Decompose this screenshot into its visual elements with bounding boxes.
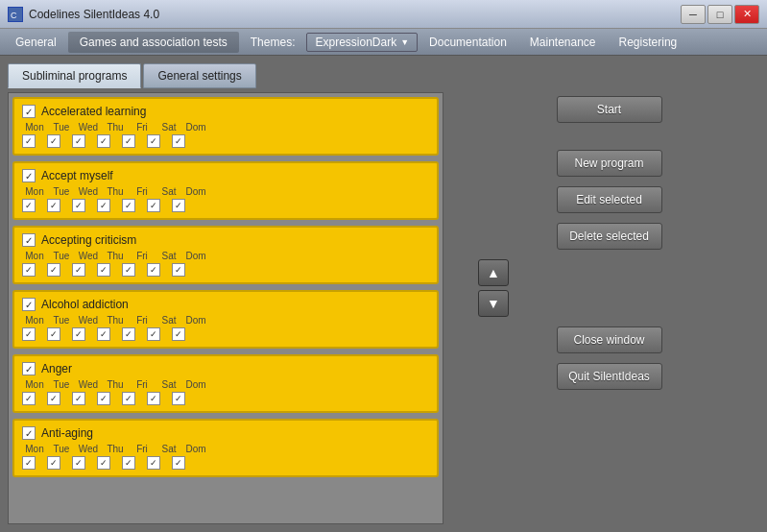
delete-selected-button[interactable]: Delete selected	[557, 223, 662, 250]
day-check-thu-p4[interactable]: ✓	[97, 327, 110, 341]
day-check-tue-p1[interactable]: ✓	[47, 134, 60, 148]
menu-maintenance[interactable]: Maintenance	[518, 32, 608, 53]
day-check-dom-p5[interactable]: ✓	[172, 392, 185, 405]
program-card-p5[interactable]: ✓AngerMonTueWedThuFriSatDom✓✓✓✓✓✓✓	[12, 354, 439, 413]
day-check-tue-p2[interactable]: ✓	[47, 199, 60, 212]
day-check-tue-p6[interactable]: ✓	[47, 456, 60, 470]
maximize-button[interactable]: □	[707, 5, 732, 24]
day-label-fri: Fri	[130, 251, 155, 261]
day-check-wed-p4[interactable]: ✓	[72, 327, 85, 341]
edit-selected-button[interactable]: Edit selected	[557, 186, 662, 213]
day-check-fri-p4[interactable]: ✓	[122, 327, 135, 341]
program-card-p1[interactable]: ✓Accelerated learningMonTueWedThuFriSatD…	[12, 97, 439, 156]
day-check-dom-p6[interactable]: ✓	[172, 456, 185, 470]
day-label-wed: Wed	[76, 315, 101, 326]
day-label-thu: Thu	[103, 379, 128, 390]
day-check-row-p6: ✓✓✓✓✓✓✓	[22, 456, 429, 470]
day-label-dom: Dom	[183, 122, 208, 133]
day-check-mon-p5[interactable]: ✓	[22, 392, 36, 405]
day-check-mon-p1[interactable]: ✓	[22, 134, 36, 148]
day-label-wed: Wed	[76, 379, 101, 390]
day-check-fri-p6[interactable]: ✓	[122, 456, 135, 470]
days-label-row-p2: MonTueWedThuFriSatDom	[22, 186, 429, 197]
day-label-mon: Mon	[22, 315, 47, 326]
menu-general[interactable]: General	[4, 32, 68, 53]
day-check-tue-p5[interactable]: ✓	[47, 392, 60, 405]
day-label-dom: Dom	[183, 444, 208, 454]
program-card-p6[interactable]: ✓Anti-agingMonTueWedThuFriSatDom✓✓✓✓✓✓✓	[12, 419, 439, 477]
day-label-sat: Sat	[156, 251, 181, 261]
day-check-dom-p3[interactable]: ✓	[172, 263, 185, 277]
program-card-p3[interactable]: ✓Accepting criticismMonTueWedThuFriSatDo…	[12, 226, 439, 284]
day-check-sat-p4[interactable]: ✓	[147, 327, 160, 341]
day-check-wed-p6[interactable]: ✓	[72, 456, 85, 470]
card-checkbox-p2[interactable]: ✓	[22, 169, 36, 182]
quit-button[interactable]: Quit SilentIdeas	[557, 363, 662, 390]
tab-general-settings[interactable]: General settings	[143, 63, 255, 88]
scroll-up-button[interactable]: ▲	[478, 259, 509, 286]
day-check-thu-p6[interactable]: ✓	[97, 456, 110, 470]
menu-documentation[interactable]: Documentation	[418, 32, 518, 53]
day-label-thu: Thu	[103, 122, 128, 133]
days-label-row-p5: MonTueWedThuFriSatDom	[22, 379, 429, 390]
day-check-mon-p4[interactable]: ✓	[22, 327, 36, 341]
day-label-fri: Fri	[130, 379, 155, 390]
left-panel: Subliminal programs General settings ✓Ac…	[0, 56, 451, 532]
program-list[interactable]: ✓Accelerated learningMonTueWedThuFriSatD…	[8, 92, 443, 524]
close-button[interactable]: ✕	[734, 5, 759, 24]
day-check-mon-p2[interactable]: ✓	[22, 199, 36, 212]
day-check-sat-p6[interactable]: ✓	[147, 456, 160, 470]
day-check-thu-p3[interactable]: ✓	[97, 263, 110, 277]
new-program-button[interactable]: New program	[557, 150, 662, 177]
day-check-fri-p3[interactable]: ✓	[122, 263, 135, 277]
close-window-button[interactable]: Close window	[557, 326, 662, 353]
day-label-sat: Sat	[156, 444, 181, 454]
day-check-fri-p2[interactable]: ✓	[122, 199, 135, 212]
card-title-p3: Accepting criticism	[41, 233, 136, 247]
day-check-sat-p1[interactable]: ✓	[147, 134, 160, 148]
day-check-thu-p5[interactable]: ✓	[97, 392, 110, 405]
theme-dropdown[interactable]: ExpressionDark ▼	[306, 33, 418, 52]
card-checkbox-p4[interactable]: ✓	[22, 298, 36, 311]
card-checkbox-p6[interactable]: ✓	[22, 426, 36, 440]
day-check-fri-p5[interactable]: ✓	[122, 392, 135, 405]
day-check-dom-p1[interactable]: ✓	[172, 134, 185, 148]
day-check-wed-p3[interactable]: ✓	[72, 263, 85, 277]
day-check-wed-p1[interactable]: ✓	[72, 134, 85, 148]
day-check-dom-p4[interactable]: ✓	[172, 327, 185, 341]
day-check-thu-p1[interactable]: ✓	[97, 134, 110, 148]
menu-games[interactable]: Games and association tests	[68, 32, 239, 53]
day-check-mon-p3[interactable]: ✓	[22, 263, 36, 277]
day-check-sat-p2[interactable]: ✓	[147, 199, 160, 212]
tab-subliminal[interactable]: Subliminal programs	[8, 63, 141, 88]
day-check-sat-p3[interactable]: ✓	[147, 263, 160, 277]
day-check-sat-p5[interactable]: ✓	[147, 392, 160, 405]
day-check-dom-p2[interactable]: ✓	[172, 199, 185, 212]
day-check-fri-p1[interactable]: ✓	[122, 134, 135, 148]
day-check-wed-p5[interactable]: ✓	[72, 392, 85, 405]
menubar: General Games and association tests Them…	[0, 29, 767, 56]
card-title-p1: Accelerated learning	[41, 105, 146, 118]
day-label-wed: Wed	[76, 122, 101, 133]
menu-registering[interactable]: Registering	[608, 32, 689, 53]
start-button[interactable]: Start	[557, 96, 662, 123]
day-label-sat: Sat	[156, 379, 181, 390]
day-check-row-p4: ✓✓✓✓✓✓✓	[22, 327, 429, 341]
day-label-tue: Tue	[49, 251, 74, 261]
svg-text:C: C	[11, 11, 17, 20]
card-title-p5: Anger	[41, 362, 72, 375]
day-check-wed-p2[interactable]: ✓	[72, 199, 85, 212]
card-checkbox-p5[interactable]: ✓	[22, 362, 36, 375]
card-checkbox-p3[interactable]: ✓	[22, 233, 36, 247]
scroll-down-button[interactable]: ▼	[478, 290, 509, 317]
day-check-mon-p6[interactable]: ✓	[22, 456, 36, 470]
day-check-tue-p3[interactable]: ✓	[47, 263, 60, 277]
minimize-button[interactable]: ─	[681, 5, 706, 24]
day-check-thu-p2[interactable]: ✓	[97, 199, 110, 212]
card-checkbox-p1[interactable]: ✓	[22, 105, 36, 118]
program-card-p2[interactable]: ✓Accept myselfMonTueWedThuFriSatDom✓✓✓✓✓…	[12, 161, 439, 220]
day-check-row-p1: ✓✓✓✓✓✓✓	[22, 134, 429, 148]
program-card-p4[interactable]: ✓Alcohol addictionMonTueWedThuFriSatDom✓…	[12, 290, 439, 349]
days-label-row-p3: MonTueWedThuFriSatDom	[22, 251, 429, 261]
day-check-tue-p4[interactable]: ✓	[47, 327, 60, 341]
